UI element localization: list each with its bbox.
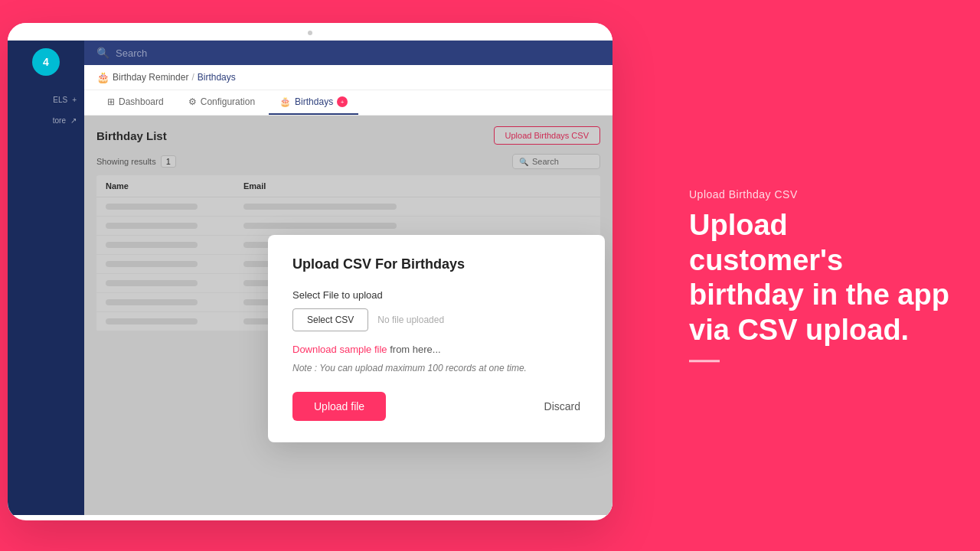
tab-configuration-label: Configuration (201, 96, 255, 107)
download-suffix: from here... (387, 344, 441, 355)
search-bar: 🔍 (84, 41, 612, 65)
plus-icon: + (72, 96, 77, 104)
discard-button[interactable]: Discard (544, 400, 580, 412)
no-file-text: No file uploaded (377, 315, 444, 325)
right-panel: Upload Birthday CSV Upload customer's bi… (689, 188, 949, 362)
browser-chrome (8, 23, 612, 41)
sidebar-logo: 4 (32, 48, 60, 76)
breadcrumb-icon: 🎂 (96, 71, 109, 83)
modal-overlay: Upload CSV For Birthdays Select File to … (84, 116, 612, 515)
browser-dot (308, 31, 312, 35)
main-content: 🔍 🎂 Birthday Reminder / Birthdays ⊞ Dash… (84, 41, 612, 515)
tab-configuration[interactable]: ⚙ Configuration (178, 90, 266, 115)
breadcrumb-current: Birthdays (198, 72, 236, 83)
right-panel-subtitle: Upload Birthday CSV (689, 188, 949, 201)
birthday-tab-icon: 🎂 (279, 96, 291, 107)
download-sample-row: Download sample file from here... (292, 344, 580, 355)
content-area: Birthday List Upload Birthdays CSV Showi… (84, 116, 612, 515)
breadcrumb-separator: / (191, 72, 194, 83)
select-csv-button[interactable]: Select CSV (292, 308, 368, 331)
tab-birthdays-label: Birthdays (295, 96, 333, 107)
modal-title: Upload CSV For Birthdays (292, 256, 580, 272)
sidebar-item-els-label: ELS (53, 96, 67, 104)
search-input[interactable] (116, 47, 600, 59)
sidebar-menu: ELS + tore ↗ (8, 91, 84, 129)
right-panel-title: Upload customer's birthday in the app vi… (689, 208, 949, 347)
sidebar-item-els[interactable]: ELS + (8, 91, 84, 109)
search-icon: 🔍 (96, 47, 109, 59)
page-tabs: ⊞ Dashboard ⚙ Configuration 🎂 Birthdays … (84, 90, 612, 116)
note-text: Note : You can upload maximum 100 record… (292, 363, 580, 373)
tab-dashboard-label: Dashboard (119, 96, 164, 107)
app-container: 4 ELS + tore ↗ 🔍 (8, 41, 612, 515)
modal-actions: Upload file Discard (292, 392, 580, 421)
breadcrumb: 🎂 Birthday Reminder / Birthdays (84, 65, 612, 90)
tab-birthdays[interactable]: 🎂 Birthdays + (269, 90, 358, 115)
upload-csv-modal: Upload CSV For Birthdays Select File to … (268, 235, 605, 442)
configuration-icon: ⚙ (188, 96, 197, 107)
right-panel-divider (689, 360, 720, 363)
download-sample-link[interactable]: Download sample file (292, 344, 387, 355)
tab-birthdays-badge: + (337, 96, 348, 107)
tab-dashboard[interactable]: ⊞ Dashboard (96, 90, 175, 115)
browser-card: 4 ELS + tore ↗ 🔍 (8, 23, 612, 520)
file-upload-row: Select CSV No file uploaded (292, 308, 580, 331)
upload-file-button[interactable]: Upload file (292, 392, 386, 421)
external-link-icon: ↗ (70, 116, 77, 125)
modal-file-section-label: Select File to upload (292, 289, 580, 301)
sidebar-item-store[interactable]: tore ↗ (8, 112, 84, 129)
device-wrapper: 4 ELS + tore ↗ 🔍 (0, 15, 628, 536)
dashboard-icon: ⊞ (107, 96, 115, 107)
breadcrumb-app-name: Birthday Reminder (113, 72, 188, 83)
sidebar: 4 ELS + tore ↗ (8, 41, 84, 515)
sidebar-item-store-label: tore (53, 116, 66, 125)
